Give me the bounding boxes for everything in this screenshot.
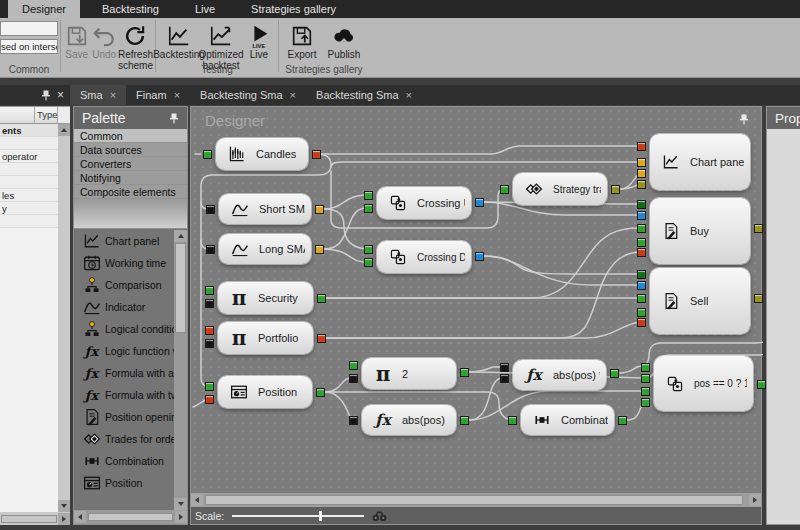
- input-port-portfolio-0[interactable]: [205, 326, 214, 335]
- input-port-strategytrades-0[interactable]: [500, 185, 509, 194]
- input-port-posblock-0[interactable]: [641, 363, 650, 372]
- palette-item-working-time[interactable]: Working time: [74, 252, 174, 274]
- pin-icon[interactable]: [169, 113, 179, 124]
- grid-row[interactable]: [0, 176, 58, 189]
- output-port-fxabs-0[interactable]: [460, 416, 469, 425]
- input-port-sell-2[interactable]: [637, 294, 646, 303]
- document-tab-backtesting-sma[interactable]: Backtesting Sma×: [306, 85, 422, 105]
- input-port-crossdown-1[interactable]: [364, 258, 373, 267]
- block-position[interactable]: Position: [218, 376, 312, 408]
- block-sell[interactable]: Sell: [650, 268, 750, 334]
- input-port-chart-1[interactable]: [637, 158, 646, 167]
- block-longsma[interactable]: Long SMA: [219, 234, 311, 264]
- input-port-fx2-0[interactable]: [500, 363, 509, 372]
- input-port-chart-3[interactable]: [637, 180, 646, 189]
- input-port-pi2-1[interactable]: [349, 374, 358, 383]
- input-port-posblock-2[interactable]: [641, 387, 650, 396]
- grid-row[interactable]: les: [0, 189, 58, 202]
- palette-item-position[interactable]: Position: [74, 472, 174, 494]
- pin-icon[interactable]: [739, 114, 749, 125]
- binoculars-icon[interactable]: [372, 510, 387, 522]
- close-icon[interactable]: ×: [406, 89, 412, 101]
- output-port-pi2-0[interactable]: [460, 368, 469, 377]
- output-port-sell-0[interactable]: [754, 294, 763, 303]
- palette-item-logic-function-with-o[interactable]: ƒxLogic function with o: [74, 340, 174, 362]
- block-crossup[interactable]: Crossing Up: [377, 187, 471, 219]
- palette-vertical-scrollbar[interactable]: [174, 230, 187, 510]
- block-posblock[interactable]: pos == 0 ? 1 : pos: [654, 356, 753, 411]
- output-port-combination-0[interactable]: [618, 416, 627, 425]
- palette-category-converters[interactable]: Converters: [74, 157, 187, 171]
- backtesting-button[interactable]: Backtesting: [158, 20, 200, 61]
- input-port-longsma-0[interactable]: [206, 245, 215, 254]
- input-port-buy-0[interactable]: [637, 200, 646, 209]
- grid-row[interactable]: operator: [0, 150, 58, 163]
- block-shortsma[interactable]: Short SMA: [219, 194, 311, 224]
- input-port-portfolio-1[interactable]: [205, 339, 214, 348]
- block-portfolio[interactable]: πPortfolio: [218, 322, 313, 354]
- input-port-chart-0[interactable]: [637, 142, 646, 151]
- input-port-pi2-0[interactable]: [349, 361, 358, 370]
- document-tab-backtesting-sma[interactable]: Backtesting Sma×: [190, 85, 306, 105]
- scale-slider-thumb[interactable]: [319, 511, 322, 521]
- live-button[interactable]: LIVELive: [242, 20, 276, 61]
- input-port-crossup-1[interactable]: [364, 204, 373, 213]
- designer-canvas[interactable]: CandlesShort SMALong SMACrossing UpCross…: [190, 106, 762, 525]
- input-port-posblock-3[interactable]: [641, 398, 650, 407]
- block-security[interactable]: πSecurity: [218, 282, 313, 314]
- block-chart[interactable]: Chart panel: [650, 134, 750, 190]
- document-tab-sma[interactable]: Sma×: [70, 85, 126, 105]
- grid-row[interactable]: [0, 215, 58, 228]
- output-port-fx2-0[interactable]: [610, 369, 619, 378]
- input-port-fx2-1[interactable]: [500, 374, 509, 383]
- input-port-sell-1[interactable]: [637, 281, 646, 290]
- palette-category-composite-elements[interactable]: Composite elements: [74, 185, 187, 199]
- palette-item-indicator[interactable]: Indicator: [74, 296, 174, 318]
- block-pi2[interactable]: π2: [362, 358, 456, 389]
- output-port-crossup-0[interactable]: [475, 198, 484, 207]
- publish-button[interactable]: Publish: [323, 20, 365, 61]
- grid-row[interactable]: ents: [0, 124, 58, 137]
- block-fxabs[interactable]: ƒxabs(pos): [362, 405, 456, 435]
- palette-item-logical-condition[interactable]: Logical condition: [74, 318, 174, 340]
- input-port-posblock-1[interactable]: [641, 374, 650, 383]
- input-port-security-1[interactable]: [205, 299, 214, 308]
- output-port-position-0[interactable]: [316, 388, 325, 397]
- palette-item-formula-with-a-singl[interactable]: ƒxFormula with a singl: [74, 362, 174, 384]
- input-port-candles-0[interactable]: [203, 150, 212, 159]
- palette-category-common[interactable]: Common: [74, 129, 187, 143]
- input-port-position-0[interactable]: [205, 382, 214, 391]
- input-port-combination-0[interactable]: [508, 416, 517, 425]
- input-port-security-0[interactable]: [205, 286, 214, 295]
- output-port-candles-0[interactable]: [312, 150, 321, 159]
- input-port-sell-4[interactable]: [637, 318, 646, 327]
- palette-item-chart-panel[interactable]: Chart panel: [74, 230, 174, 252]
- output-port-portfolio-0[interactable]: [317, 334, 326, 343]
- output-port-crossdown-0[interactable]: [475, 252, 484, 261]
- block-fx2[interactable]: ƒxabs(pos) * 2: [513, 360, 606, 390]
- palette-horizontal-scrollbar[interactable]: [74, 510, 187, 524]
- grid-column-type[interactable]: Type: [35, 107, 58, 123]
- block-strategytrades[interactable]: Strategy trades: [513, 173, 607, 205]
- input-port-chart-2[interactable]: [637, 169, 646, 178]
- output-port-security-0[interactable]: [317, 294, 326, 303]
- pin-icon[interactable]: [41, 90, 51, 101]
- output-port-shortsma-0[interactable]: [315, 205, 324, 214]
- strategy-description-input[interactable]: sed on intersect: [0, 39, 58, 54]
- ribbon-tab-strategies-gallery[interactable]: Strategies gallery: [237, 0, 350, 18]
- palette-item-comparison[interactable]: Comparison: [74, 274, 174, 296]
- output-port-buy-0[interactable]: [754, 224, 763, 233]
- grid-row[interactable]: [0, 163, 58, 176]
- ribbon-tab-backtesting[interactable]: Backtesting: [88, 0, 173, 18]
- block-combination[interactable]: Combination: [521, 405, 614, 435]
- palette-category-data-sources[interactable]: Data sources: [74, 143, 187, 157]
- palette-item-position-opening[interactable]: Position opening: [74, 406, 174, 428]
- ribbon-tab-live[interactable]: Live: [181, 0, 229, 18]
- input-port-sell-0[interactable]: [637, 270, 646, 279]
- close-icon[interactable]: ×: [110, 89, 116, 101]
- close-icon[interactable]: ×: [174, 89, 180, 101]
- input-port-shortsma-0[interactable]: [206, 205, 215, 214]
- document-tab-finam[interactable]: Finam×: [126, 85, 190, 105]
- output-port-posblock-0[interactable]: [757, 380, 766, 389]
- palette-item-formula-with-two-arg[interactable]: ƒxFormula with two arg: [74, 384, 174, 406]
